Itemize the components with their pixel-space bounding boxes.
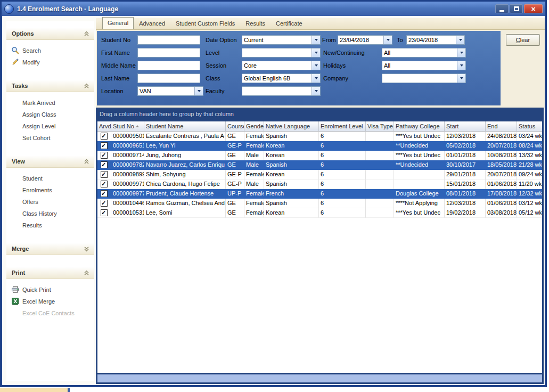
- section-header-options[interactable]: Options: [6, 28, 94, 40]
- column-header-stud-no[interactable]: Stud No: [111, 121, 144, 132]
- sidebar-item-student[interactable]: Student: [6, 173, 94, 184]
- grid-row[interactable]: 0000009651Lee, Yun YiGE-PFemaleKorean6**…: [97, 141, 542, 151]
- to-date-picker[interactable]: 23/04/2018: [406, 35, 465, 45]
- grid-row[interactable]: 0000009899Shim, SohyungGE-PFemaleKorean6…: [97, 170, 542, 179]
- location-combo[interactable]: VAN: [137, 86, 203, 96]
- cell-stud-no: 0000009782: [111, 160, 144, 170]
- column-header-visa-type[interactable]: Visa Type: [366, 121, 394, 132]
- app-window: 1.4 Enrolment Search - Language × Option…: [0, 0, 547, 387]
- title-bar[interactable]: 1.4 Enrolment Search - Language ×: [2, 2, 545, 16]
- column-header-native-language[interactable]: Native Language: [264, 121, 319, 132]
- grid-horizontal-scrollbar[interactable]: [97, 374, 542, 382]
- maximize-button[interactable]: [510, 4, 523, 13]
- session-combo[interactable]: Core: [242, 61, 321, 70]
- section-header-tasks[interactable]: Tasks: [6, 80, 94, 92]
- cell-status: 09/24 wks: [517, 170, 542, 179]
- sidebar-item-results[interactable]: Results: [6, 219, 94, 231]
- column-header-course[interactable]: Course: [226, 121, 244, 132]
- cell-arvd: [97, 199, 111, 208]
- sidebar-item-label: Assign Class: [22, 111, 56, 118]
- arrived-checkbox[interactable]: [101, 142, 108, 149]
- faculty-combo[interactable]: [242, 86, 321, 96]
- cell-status: 13/32 wks: [517, 151, 542, 160]
- section-header-merge[interactable]: Merge: [6, 243, 94, 255]
- sidebar-item-assign-level[interactable]: Assign Level: [6, 120, 94, 132]
- arrived-checkbox[interactable]: [101, 133, 108, 140]
- group-by-bar[interactable]: Drag a column header here to group by th…: [96, 108, 544, 121]
- section-header-view[interactable]: View: [6, 156, 94, 168]
- cell-visa-type: [366, 199, 394, 208]
- column-header-pathway-college[interactable]: Pathway College: [394, 121, 445, 132]
- column-header-enrolment-level[interactable]: Enrolment Level: [319, 121, 366, 132]
- arrived-checkbox[interactable]: [101, 190, 108, 197]
- column-header-status[interactable]: Status: [517, 121, 542, 132]
- combo-arrow-icon: [383, 36, 392, 44]
- arrived-checkbox[interactable]: [101, 171, 108, 178]
- sidebar-item-class-history[interactable]: Class History: [6, 208, 94, 219]
- background-window-fragment: [0, 388, 70, 392]
- last-name-input[interactable]: [137, 74, 200, 83]
- cell-gender: Female: [244, 170, 264, 179]
- combo-arrow-icon: [456, 36, 464, 44]
- new-continuing-combo[interactable]: All: [382, 48, 466, 58]
- section-header-print[interactable]: Print: [6, 267, 94, 279]
- new-continuing-label: New/Continuing: [323, 48, 365, 58]
- from-date-picker[interactable]: 23/04/2018: [338, 35, 392, 45]
- sidebar-item-set-cohort[interactable]: Set Cohort: [6, 132, 94, 144]
- tab-results[interactable]: Results: [240, 18, 271, 29]
- grid-row[interactable]: 0000010446Ramos Guzman, Chelsea AndrGEFe…: [97, 199, 542, 208]
- grid-row[interactable]: 0000009782Navarro Juarez, Carlos EnriquG…: [97, 160, 542, 170]
- grid-row[interactable]: 0000009714Jung, JuhongGEMaleKorean6***Ye…: [97, 151, 542, 160]
- tab-advanced[interactable]: Advanced: [134, 18, 170, 29]
- column-header-gender[interactable]: Gender: [244, 121, 264, 132]
- middle-name-input[interactable]: [137, 61, 200, 70]
- arrived-checkbox[interactable]: [101, 161, 108, 168]
- arrived-checkbox[interactable]: [101, 152, 108, 159]
- sidebar-item-enrolments[interactable]: Enrolments: [6, 184, 94, 196]
- arrived-checkbox[interactable]: [101, 200, 108, 207]
- arrived-checkbox[interactable]: [101, 209, 108, 216]
- cell-arvd: [97, 170, 111, 179]
- date-option-value: Current: [242, 36, 312, 44]
- cell-course: GE: [226, 199, 244, 208]
- student-no-input[interactable]: [137, 35, 200, 45]
- close-button[interactable]: ×: [524, 4, 543, 13]
- sidebar-item-excel-merge[interactable]: Excel Merge: [6, 296, 94, 307]
- company-combo[interactable]: [382, 74, 466, 83]
- cell-student-name: Prudent, Claude Hortense: [144, 189, 226, 199]
- grid-row[interactable]: 0000009971Chica Cardona, Hugo FelipeGE-P…: [97, 179, 542, 189]
- class-combo[interactable]: Global English 6B: [242, 74, 321, 83]
- cell-student-name: Lee, Somi: [144, 208, 226, 218]
- grid-row[interactable]: 0000009501Escalante Contreras , Paula AG…: [97, 132, 542, 141]
- sidebar-item-quick-print[interactable]: Quick Print: [6, 284, 94, 296]
- tab-general[interactable]: General: [102, 17, 134, 29]
- sidebar-item-search[interactable]: Search: [6, 45, 94, 56]
- sidebar-item-modify[interactable]: Modify: [6, 56, 94, 68]
- column-header-end[interactable]: End: [486, 121, 517, 132]
- arrived-checkbox[interactable]: [101, 181, 108, 187]
- column-header-start[interactable]: Start: [445, 121, 486, 132]
- tab-certificate[interactable]: Certificate: [271, 18, 308, 29]
- main-panel: GeneralAdvancedStudent Custom FieldsResu…: [96, 16, 545, 385]
- cell-start: 29/01/2018: [445, 170, 486, 179]
- cell-native-language: Spanish: [264, 199, 319, 208]
- chevron-up-icon: [84, 159, 89, 165]
- column-header-arvd[interactable]: Arvd: [97, 121, 111, 132]
- tab-student-custom-fields[interactable]: Student Custom Fields: [170, 18, 240, 29]
- cell-pathway-college: ****Not Applying: [394, 199, 445, 208]
- level-combo[interactable]: [242, 48, 321, 58]
- holidays-combo[interactable]: All: [382, 61, 466, 70]
- sidebar-item-mark-arrived[interactable]: Mark Arrived: [6, 97, 94, 109]
- sidebar-item-assign-class[interactable]: Assign Class: [6, 109, 94, 120]
- date-option-combo[interactable]: Current: [242, 35, 321, 45]
- grid-row[interactable]: 0000010531Lee, SomiGEFemaleKorean6***Yes…: [97, 208, 542, 218]
- cell-course: GE-P: [226, 179, 244, 189]
- column-header-student-name[interactable]: Student Name: [144, 121, 226, 132]
- cell-student-name: Ramos Guzman, Chelsea Andr: [144, 199, 226, 208]
- clear-button[interactable]: Clear: [506, 34, 540, 46]
- first-name-input[interactable]: [137, 48, 200, 58]
- sidebar-item-offers[interactable]: Offers: [6, 196, 94, 208]
- minimize-button[interactable]: [495, 4, 509, 13]
- cell-enrolment-level: 6: [319, 132, 366, 141]
- grid-row[interactable]: 0000009977Prudent, Claude HortenseUP-PFe…: [97, 189, 542, 199]
